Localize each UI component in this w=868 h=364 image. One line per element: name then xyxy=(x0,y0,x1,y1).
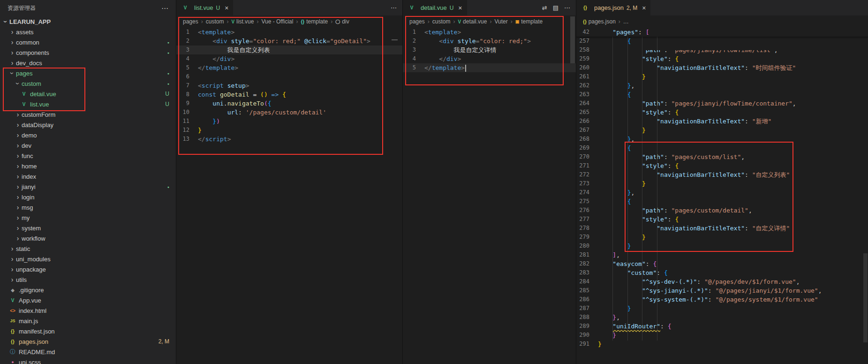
tree-folder-my[interactable]: ›my xyxy=(0,212,176,223)
tree-folder-uni_modules[interactable]: ›uni_modules xyxy=(0,254,176,264)
code-line-1[interactable]: 1<template> xyxy=(176,28,402,37)
code-line-7[interactable]: 7<script setup> xyxy=(176,81,402,90)
tree-file-detail.vue[interactable]: Vdetail.vueU xyxy=(0,89,176,99)
code-line-282[interactable]: 282 "easycom": { xyxy=(576,259,868,268)
code-line-271[interactable]: 271 "style": { xyxy=(576,161,868,170)
breadcrumb-item[interactable]: custom xyxy=(432,18,451,25)
code-line-3[interactable]: 3 我是自定义列表 xyxy=(176,46,402,54)
tree-folder-system[interactable]: ›system xyxy=(0,223,176,233)
code-line-287[interactable]: 287 } xyxy=(576,304,868,313)
code-line-3[interactable]: 3 我是自定义详情 xyxy=(403,46,576,54)
code-line-12[interactable]: 12} xyxy=(176,126,402,135)
tree-folder-dev[interactable]: ›dev xyxy=(0,140,176,151)
code-line-260[interactable]: 260 "navigationBarTitleText": "时间组件验证" xyxy=(576,63,868,72)
tree-folder-unpackage[interactable]: ›unpackage xyxy=(0,264,176,274)
code-line-272[interactable]: 272 "navigationBarTitleText": "自定义列表" xyxy=(576,170,868,179)
code-line-277[interactable]: 277 "style": { xyxy=(576,215,868,224)
code-line-263[interactable]: 263 { xyxy=(576,90,868,99)
close-icon[interactable]: × xyxy=(225,4,228,12)
code-line-288[interactable]: 288 }, xyxy=(576,313,868,322)
breadcrumb-item[interactable]: {}template xyxy=(301,18,328,25)
tree-file-main.js[interactable]: JSmain.js xyxy=(0,316,176,326)
code-line-259[interactable]: 259 "style": { xyxy=(576,54,868,63)
tree-root-learun-app[interactable]: › LEARUN_APP xyxy=(0,16,176,27)
code-line-42[interactable]: 42 "pages": [ xyxy=(576,28,868,37)
breadcrumb-item[interactable]: custom xyxy=(206,18,224,25)
code-line-5[interactable]: 5</template> xyxy=(403,63,576,72)
code-line-291[interactable]: 291} xyxy=(576,340,868,349)
tab-list-vue[interactable]: V list.vue U × xyxy=(176,0,234,15)
tab-pages-json[interactable]: {} pages.json 2, M × xyxy=(576,0,651,15)
code-line-13[interactable]: 13</script> xyxy=(176,135,402,144)
more-actions-icon[interactable]: ⋯ xyxy=(161,4,168,13)
code-line-1[interactable]: 1<template> xyxy=(403,28,576,37)
code-line-268[interactable]: 268 }, xyxy=(576,135,868,144)
code-line-275[interactable]: 275 { xyxy=(576,197,868,206)
code-line-261[interactable]: 261 } xyxy=(576,72,868,81)
code-line-2[interactable]: 2 <div style="color: red;" @click="goDet… xyxy=(176,37,402,46)
tree-folder-assets[interactable]: ›assets xyxy=(0,27,176,37)
breadcrumb-item[interactable]: Vdetail.vue xyxy=(458,18,487,25)
more-icon[interactable]: ⋯ xyxy=(564,4,570,11)
code-line-264[interactable]: 264 "path": "pages/jianyi/flowTime/conta… xyxy=(576,99,868,108)
tree-file-App.vue[interactable]: VApp.vue xyxy=(0,295,176,305)
breadcrumb-item[interactable]: ▣template xyxy=(515,18,543,25)
tree-folder-msg[interactable]: ›msg xyxy=(0,202,176,212)
scrollbar-thumb[interactable] xyxy=(570,16,575,63)
code-line-273[interactable]: 273 } xyxy=(576,179,868,188)
breadcrumb-item[interactable]: Vue - Official xyxy=(261,18,293,25)
code-line-266[interactable]: 266 "navigationBarTitleText": "新增" xyxy=(576,117,868,126)
tree-folder-pages[interactable]: ›pages● xyxy=(0,68,176,78)
code-line-289[interactable]: 289 "uniIdRouter": { xyxy=(576,322,868,331)
tab-detail-vue[interactable]: V detail.vue U × xyxy=(403,0,468,15)
code-line-2[interactable]: 2 <div style="color: red;"> xyxy=(403,37,576,46)
code-line-283[interactable]: 283 "custom": { xyxy=(576,268,868,277)
code-line-265[interactable]: 265 "style": { xyxy=(576,108,868,117)
tree-file-manifest.json[interactable]: {}manifest.json xyxy=(0,326,176,336)
code-line-284[interactable]: 284 "^sys-dev-(.*)": "@/pages/dev/$1/for… xyxy=(576,277,868,286)
tree-folder-demo[interactable]: ›demo xyxy=(0,130,176,140)
code-line-269[interactable]: 269 { xyxy=(576,144,868,152)
code-line-10[interactable]: 10 url: '/pages/custom/detail' xyxy=(176,108,402,117)
code-line-270[interactable]: 270 "path": "pages/custom/list", xyxy=(576,152,868,161)
tree-file-.gitignore[interactable]: ◆.gitignore xyxy=(0,285,176,295)
tree-file-index.html[interactable]: <>index.html xyxy=(0,305,176,316)
code-line-285[interactable]: 285 "^sys-jianyi-(.*)": "@/pages/jianyi/… xyxy=(576,286,868,295)
code-line-8[interactable]: 8const goDetail = () => { xyxy=(176,90,402,99)
tree-file-list.vue[interactable]: Vlist.vueU xyxy=(0,99,176,109)
code-line-276[interactable]: 276 "path": "pages/custom/detail", xyxy=(576,206,868,215)
code-line-5[interactable]: 5</template> xyxy=(176,63,402,72)
breadcrumb-item[interactable]: Vuter xyxy=(494,18,507,25)
more-icon[interactable]: ⋯ xyxy=(391,4,397,11)
code-line-6[interactable]: 6 xyxy=(176,72,402,81)
tree-file-README.md[interactable]: ⓘREADME.md xyxy=(0,347,176,357)
breadcrumb-item[interactable]: … xyxy=(623,18,629,25)
tree-folder-login[interactable]: ›login xyxy=(0,192,176,202)
code-line-11[interactable]: 11 }) xyxy=(176,117,402,126)
code-line-257[interactable]: 257 { xyxy=(576,37,868,46)
breadcrumb-item[interactable]: ◯div xyxy=(335,18,349,25)
breadcrumb-item[interactable]: {}pages.json xyxy=(583,18,616,25)
tree-folder-custom[interactable]: ›custom● xyxy=(0,78,176,89)
close-icon[interactable]: × xyxy=(642,4,646,12)
code-line-279[interactable]: 279 } xyxy=(576,233,868,242)
tree-folder-components[interactable]: ›components● xyxy=(0,47,176,58)
tree-folder-jianyi[interactable]: ›jianyi● xyxy=(0,182,176,192)
close-icon[interactable]: × xyxy=(458,4,462,12)
code-line-280[interactable]: 280 } xyxy=(576,242,868,250)
code-line-274[interactable]: 274 }, xyxy=(576,188,868,197)
tree-folder-func[interactable]: ›func xyxy=(0,151,176,161)
tree-folder-dataDisplay[interactable]: ›dataDisplay xyxy=(0,120,176,130)
code-line-290[interactable]: 290 } xyxy=(576,331,868,340)
tree-file-uni.scss[interactable]: ●uni.scss xyxy=(0,357,176,364)
open-changes-icon[interactable]: ⇄ xyxy=(542,4,547,11)
breadcrumb-item[interactable]: pages xyxy=(183,18,198,25)
tree-folder-utils[interactable]: ›utils xyxy=(0,274,176,285)
tree-folder-static[interactable]: ›static xyxy=(0,243,176,254)
code-line-4[interactable]: 4 </div> xyxy=(403,54,576,63)
code-line-267[interactable]: 267 } xyxy=(576,126,868,135)
tree-folder-customForm[interactable]: ›customForm xyxy=(0,109,176,120)
tree-folder-common[interactable]: ›common● xyxy=(0,37,176,47)
tree-folder-dev_docs[interactable]: ›dev_docs xyxy=(0,58,176,68)
code-line-278[interactable]: 278 "navigationBarTitleText": "自定义详情" xyxy=(576,224,868,233)
